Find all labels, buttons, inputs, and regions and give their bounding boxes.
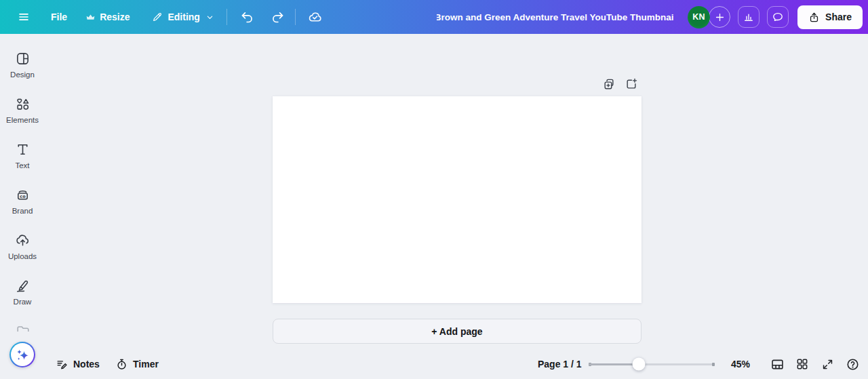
folder-icon bbox=[16, 323, 31, 332]
grid-view-icon bbox=[795, 357, 809, 371]
notes-button[interactable]: Notes bbox=[56, 349, 100, 379]
sidebar-item-label: Design bbox=[10, 71, 35, 79]
document-title[interactable]: Brown and Green Adventure Travel YouTube… bbox=[437, 0, 674, 34]
comments-button[interactable] bbox=[767, 6, 789, 28]
fullscreen-button[interactable] bbox=[817, 354, 837, 374]
plus-icon bbox=[714, 12, 726, 23]
help-icon bbox=[846, 357, 860, 372]
resize-button[interactable]: Resize bbox=[86, 12, 130, 22]
share-label: Share bbox=[825, 12, 852, 22]
add-page-label: + Add page bbox=[431, 326, 482, 337]
uploads-icon bbox=[15, 233, 31, 248]
sidebar-item-label: Elements bbox=[6, 116, 39, 124]
fullscreen-icon bbox=[821, 358, 834, 371]
sidebar-item-text[interactable]: Text bbox=[0, 133, 45, 178]
invite-members-button[interactable] bbox=[709, 6, 730, 28]
sidebar-item-projects-partial[interactable] bbox=[16, 323, 31, 332]
redo-button[interactable] bbox=[271, 10, 285, 24]
topbar-divider bbox=[226, 9, 227, 25]
timer-label: Timer bbox=[133, 359, 159, 370]
undo-button[interactable] bbox=[240, 10, 254, 24]
sidebar-item-label: Uploads bbox=[8, 252, 37, 260]
sidebar-item-uploads[interactable]: Uploads bbox=[0, 224, 45, 269]
zoom-slider[interactable] bbox=[589, 349, 715, 379]
zoom-slider-thumb[interactable] bbox=[633, 358, 646, 371]
add-page-icon-button[interactable] bbox=[625, 77, 638, 91]
sidebar-item-draw[interactable]: Draw bbox=[0, 269, 45, 315]
draw-icon bbox=[15, 278, 31, 294]
sidebar-item-label: Text bbox=[15, 161, 29, 169]
topbar-divider bbox=[295, 9, 296, 25]
design-canvas-page[interactable] bbox=[273, 96, 642, 303]
topbar-right-group: KN Share bbox=[688, 0, 863, 34]
topbar: File Resize Editing bbox=[0, 0, 868, 34]
editing-mode-label: Editing bbox=[167, 12, 199, 22]
notes-icon bbox=[56, 358, 68, 371]
add-page-button[interactable]: + Add page bbox=[273, 319, 642, 344]
pencil-icon bbox=[152, 12, 163, 22]
resize-label: Resize bbox=[100, 12, 130, 22]
topbar-left-group: File Resize Editing bbox=[0, 9, 323, 25]
design-icon bbox=[15, 51, 31, 66]
main-menu-button[interactable] bbox=[18, 11, 30, 23]
share-upload-icon bbox=[808, 12, 820, 23]
undo-icon bbox=[240, 10, 254, 24]
duplicate-page-icon bbox=[602, 77, 616, 91]
bar-chart-icon bbox=[743, 11, 755, 23]
editing-mode-button[interactable]: Editing bbox=[152, 12, 213, 22]
zoom-level: 45% bbox=[731, 349, 750, 379]
share-button[interactable]: Share bbox=[797, 5, 863, 29]
page-indicator: Page 1 / 1 bbox=[538, 349, 582, 379]
notes-label: Notes bbox=[73, 359, 100, 370]
avatar[interactable]: KN bbox=[688, 6, 710, 28]
crown-icon bbox=[86, 13, 95, 22]
cloud-check-icon bbox=[307, 9, 323, 25]
zoom-slider-max-cap bbox=[712, 363, 715, 366]
grid-view-button[interactable] bbox=[792, 354, 812, 374]
add-page-icon bbox=[625, 77, 638, 91]
timer-button[interactable]: Timer bbox=[115, 349, 159, 379]
svg-text:co: co bbox=[20, 194, 26, 199]
timer-icon bbox=[115, 358, 128, 371]
text-icon bbox=[15, 142, 31, 157]
file-menu-label: File bbox=[51, 12, 67, 22]
elements-icon bbox=[15, 96, 31, 112]
statusbar: Notes Timer Page 1 / 1 45% bbox=[0, 349, 868, 379]
pages-dock-icon bbox=[770, 357, 785, 372]
sidebar-item-elements[interactable]: Elements bbox=[0, 87, 45, 133]
statusbar-icons bbox=[767, 349, 863, 379]
pages-dock-button[interactable] bbox=[767, 354, 787, 374]
insights-button[interactable] bbox=[738, 6, 760, 28]
sidebar-item-design[interactable]: Design bbox=[0, 42, 45, 87]
sidebar-item-label: Draw bbox=[14, 298, 32, 306]
duplicate-page-button[interactable] bbox=[602, 77, 616, 91]
brand-icon: co bbox=[15, 187, 31, 203]
cloud-save-status-button[interactable] bbox=[307, 9, 323, 25]
hamburger-icon bbox=[18, 11, 30, 23]
comment-icon bbox=[772, 11, 784, 23]
chevron-down-icon bbox=[206, 14, 214, 21]
sidebar-item-label: Brand bbox=[12, 207, 33, 215]
zoom-slider-fill bbox=[589, 363, 639, 365]
redo-icon bbox=[271, 10, 285, 24]
zoom-slider-track[interactable] bbox=[589, 363, 715, 365]
avatar-initials: KN bbox=[692, 12, 705, 22]
page-actions bbox=[602, 77, 638, 91]
help-button[interactable] bbox=[842, 354, 863, 374]
file-menu-button[interactable]: File bbox=[51, 12, 67, 22]
sidebar-item-brand[interactable]: co Brand bbox=[0, 178, 45, 224]
